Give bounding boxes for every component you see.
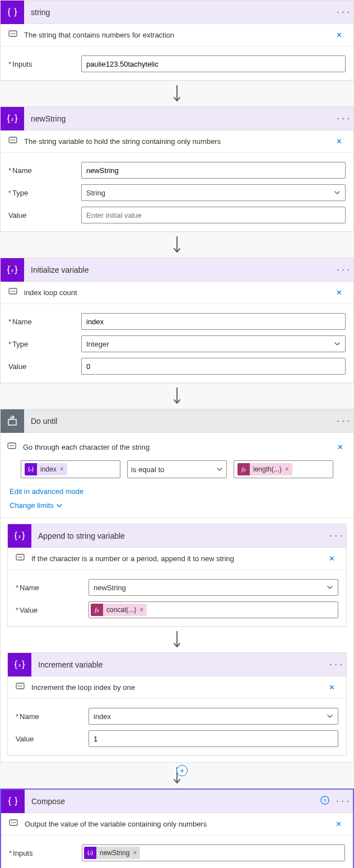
loop-container-do-until: Do until · · · Go through each character… [0,409,354,763]
compose-icon [1,790,25,813]
card-comment-row: If the character is a number or a period… [8,548,346,570]
comment-icon [8,136,20,147]
card-header[interactable]: Increment variable · · · [8,653,346,676]
card-header[interactable]: Append to string variable · · · [8,524,346,548]
card-title: Initialize variable [24,265,333,274]
value-field[interactable]: fx concat(...) × [88,601,338,618]
type-select[interactable]: Integer [81,335,346,352]
advanced-mode-link[interactable]: Edit in advanced mode [10,487,83,496]
card-comment-row: The string variable to hold the string c… [1,130,353,153]
loop-condition-row: index × is equal to fx length(...) × [21,460,333,478]
fx-icon: fx [237,463,250,475]
card-title: Append to string variable [31,531,326,540]
card-comment-row: index loop count ✕ [1,282,353,304]
token-variable-newstring[interactable]: newString × [84,847,140,859]
flow-arrow [7,627,347,652]
token-variable-index[interactable]: index × [25,463,67,475]
card-title: Increment variable [31,660,326,669]
value-label: Value [8,211,81,220]
card-menu-button[interactable]: · · · [333,265,353,274]
loop-header[interactable]: Do until · · · [1,409,353,433]
inputs-field[interactable]: newString × [82,844,345,861]
card-menu-button[interactable]: · · · [326,660,346,669]
close-comment-button[interactable]: ✕ [332,288,346,297]
token-remove-button[interactable]: × [139,606,143,614]
flow-arrow [0,383,354,409]
close-comment-button[interactable]: ✕ [332,137,346,146]
loop-icon [1,409,24,433]
card-menu-button[interactable]: · · · [333,797,353,805]
change-limits-link[interactable]: Change limits [10,501,63,510]
action-card-compose: Compose · · · Output the value of the va… [0,788,354,868]
value-field[interactable] [81,207,346,223]
value-field[interactable] [88,730,338,747]
card-menu-button[interactable]: · · · [326,531,346,540]
card-header[interactable]: Initialize variable · · · [1,258,353,282]
comment-icon [8,30,20,40]
value-field[interactable] [81,358,346,375]
inputs-field[interactable] [81,55,346,72]
action-card-increment: Increment variable · · · Increment the l… [7,652,347,755]
token-remove-button[interactable]: × [60,465,64,473]
name-select[interactable]: index [88,708,338,725]
add-step-button[interactable]: + [176,765,188,776]
variable-icon [1,258,24,282]
card-comment-row: Increment the loop index by one ✕ [8,676,346,699]
condition-right-field[interactable]: fx length(...) × [234,460,333,478]
comment-text: Increment the loop index by one [31,683,325,692]
comment-icon [9,819,20,829]
name-field[interactable] [81,313,346,330]
action-card-append: Append to string variable · · · If the c… [7,524,347,627]
type-select[interactable]: String [81,184,346,201]
inputs-input[interactable] [86,60,341,68]
close-comment-button[interactable]: ✕ [332,820,345,828]
card-title: newString [24,114,333,123]
name-select[interactable]: newString [88,579,338,596]
close-comment-button[interactable]: ✕ [332,31,346,39]
flow-arrow [0,232,354,258]
condition-operator-select[interactable]: is equal to [127,460,227,478]
token-remove-button[interactable]: × [285,465,289,473]
name-field[interactable] [81,162,346,179]
condition-left-field[interactable]: index × [21,460,120,478]
card-header[interactable]: string · · · [1,1,353,24]
name-label: *Name [8,318,81,326]
fx-icon: fx [91,604,103,616]
value-label: Value [16,735,88,743]
chevron-down-icon [56,502,63,509]
close-comment-button[interactable]: ✕ [325,554,338,563]
comment-icon [16,682,27,693]
variable-icon [84,847,96,859]
help-button[interactable] [317,795,333,807]
name-label: *Name [8,166,81,175]
card-menu-button[interactable]: · · · [333,417,353,425]
comment-icon [8,287,20,298]
name-label: *Name [16,584,88,592]
close-comment-button[interactable]: ✕ [333,443,347,451]
comment-text: The string that contains numbers for ext… [24,31,332,39]
token-remove-button[interactable]: × [133,849,137,857]
card-header[interactable]: newString · · · [1,107,353,130]
variable-icon [8,524,31,548]
card-comment-row: The string that contains numbers for ext… [1,24,353,46]
comment-text: Output the value of the variable contain… [25,820,332,828]
token-expression-length[interactable]: fx length(...) × [237,463,292,475]
comment-text: The string variable to hold the string c… [24,137,332,146]
card-title: Compose [25,797,317,806]
card-header[interactable]: Compose · · · [1,790,353,813]
card-title: Do until [24,417,333,426]
card-menu-button[interactable]: · · · [333,114,353,123]
close-comment-button[interactable]: ✕ [325,683,338,692]
chevron-down-icon [334,189,341,196]
card-menu-button[interactable]: · · · [333,8,353,16]
comment-icon [16,553,27,564]
type-label: *Type [8,340,81,348]
divider [1,517,353,518]
variable-icon [25,463,37,475]
type-label: *Type [8,189,81,197]
comment-icon [7,442,18,452]
token-expression-concat[interactable]: fx concat(...) × [91,604,147,616]
inputs-label: *Inputs [9,849,82,857]
flow-arrow-with-add: + [0,763,354,788]
compose-icon [1,1,24,24]
